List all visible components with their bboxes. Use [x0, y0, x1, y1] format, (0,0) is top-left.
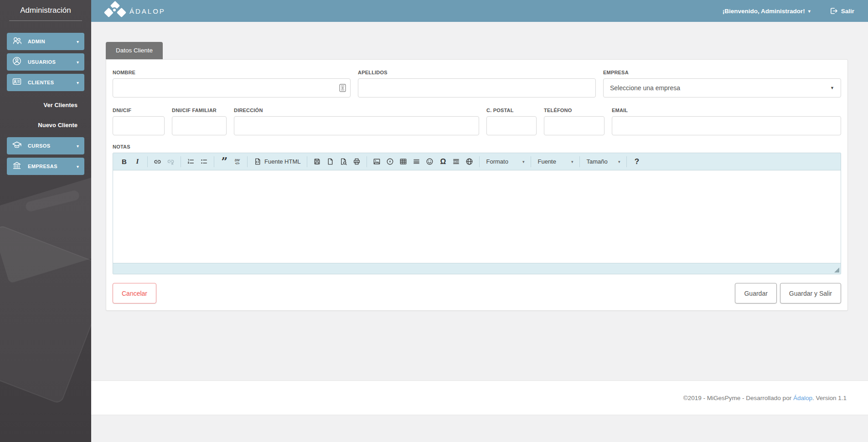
cpostal-input[interactable]: [486, 116, 537, 135]
chevron-down-icon: ▾: [808, 9, 811, 14]
omega-icon: Ω: [440, 158, 446, 166]
unlink-icon: [167, 158, 175, 165]
globe-icon: [465, 158, 473, 165]
toolbar-separator: [307, 156, 307, 167]
chevron-down-icon: ▾: [77, 144, 79, 149]
nombre-input[interactable]: [113, 78, 351, 98]
toolbar-separator: [579, 156, 580, 167]
chevron-down-icon: ▾: [77, 60, 79, 65]
bank-icon: [12, 160, 22, 172]
link-button[interactable]: [151, 155, 164, 168]
email-input[interactable]: [612, 116, 841, 135]
chevron-down-icon: ▾: [522, 159, 525, 164]
logout-icon: [830, 7, 838, 15]
toolbar-separator: [214, 156, 214, 167]
dni-familiar-label: DNI/CIF FAMILIAR: [172, 108, 227, 113]
adalop-link[interactable]: Ádalop: [793, 395, 812, 401]
brand-logo[interactable]: ÁDALOP: [105, 2, 165, 20]
new-page-icon: [326, 158, 334, 165]
save-and-exit-button[interactable]: Guardar y Salir: [780, 283, 841, 303]
chevron-down-icon: ▾: [77, 164, 79, 169]
source-html-button[interactable]: Fuente HTML: [251, 155, 303, 168]
bulleted-list-button[interactable]: [198, 155, 210, 168]
logout-button[interactable]: Salir: [830, 7, 854, 15]
main-content: Datos Cliente NOMBRE APELLIDOS: [91, 22, 868, 442]
page-break-icon: [452, 158, 460, 165]
toolbar-separator: [367, 156, 367, 167]
resize-handle-icon[interactable]: [834, 267, 839, 272]
sidebar-item-usuarios[interactable]: USUARIOS ▾: [7, 53, 84, 71]
sidebar-item-clientes[interactable]: CLIENTES ▾: [7, 74, 84, 91]
clientes-submenu: Ver Clientes Nuevo Cliente: [0, 94, 91, 137]
div-container-button[interactable]: DIV</>: [231, 155, 243, 168]
toolbar-separator: [247, 156, 248, 167]
iframe-globe-button[interactable]: [463, 155, 475, 168]
toolbar-separator: [147, 156, 148, 167]
empresa-label: EMPRESA: [603, 70, 841, 75]
telefono-input[interactable]: [544, 116, 604, 135]
table-button[interactable]: [397, 155, 409, 168]
dni-input[interactable]: [113, 116, 165, 135]
font-dropdown[interactable]: Fuente ▾: [535, 155, 576, 168]
save-form-button[interactable]: Guardar: [735, 283, 776, 303]
submenu-item-ver-clientes[interactable]: Ver Clientes: [0, 100, 78, 111]
apellidos-label: APELLIDOS: [358, 70, 596, 75]
notas-label: NOTAS: [113, 144, 841, 149]
logout-label: Salir: [841, 8, 854, 15]
save-button[interactable]: [311, 155, 323, 168]
sidebar-item-label: CLIENTES: [28, 80, 54, 85]
unlink-button[interactable]: [165, 155, 177, 168]
cancel-button[interactable]: Cancelar: [113, 283, 156, 303]
print-icon: [353, 158, 361, 165]
dni-familiar-input[interactable]: [172, 116, 227, 135]
blockquote-button[interactable]: ”: [218, 155, 230, 168]
id-card-icon: [12, 77, 22, 88]
sidebar-item-label: USUARIOS: [28, 59, 56, 65]
select-arrow-icon: ▼: [830, 86, 834, 90]
smiley-button[interactable]: [424, 155, 436, 168]
chevron-down-icon: ▾: [571, 159, 574, 164]
blockquote-icon: ”: [222, 159, 227, 164]
sidebar-divider: [9, 21, 82, 21]
toolbar-separator: [479, 156, 480, 167]
numbered-list-button[interactable]: [185, 155, 197, 168]
bold-button[interactable]: B: [118, 155, 130, 168]
image-button[interactable]: [371, 155, 383, 168]
font-dropdown-label: Fuente: [537, 158, 556, 165]
special-character-button[interactable]: Ω: [437, 155, 449, 168]
flash-button[interactable]: [384, 155, 396, 168]
sidebar-item-empresas[interactable]: EMPRESAS ▾: [7, 158, 84, 175]
new-page-button[interactable]: [324, 155, 336, 168]
sidebar-item-cursos[interactable]: CURSOS ▾: [7, 137, 84, 154]
italic-button[interactable]: I: [131, 155, 144, 168]
tab-datos-cliente[interactable]: Datos Cliente: [106, 42, 163, 59]
format-dropdown[interactable]: Formato ▾: [483, 155, 527, 168]
print-button[interactable]: [351, 155, 363, 168]
client-form-card: NOMBRE APELLIDOS EMPRESA Seleccion: [106, 59, 848, 311]
welcome-dropdown[interactable]: ¡Bienvenido, Administrador! ▾: [723, 8, 811, 15]
apellidos-input[interactable]: [358, 78, 596, 98]
bulleted-list-icon: [200, 158, 208, 165]
autofill-contact-icon[interactable]: [339, 84, 346, 92]
sidebar-item-admin[interactable]: ADMIN ▾: [7, 33, 84, 50]
form-actions: Cancelar Guardar Guardar y Salir: [113, 283, 841, 303]
size-dropdown[interactable]: Tamaño ▾: [584, 155, 623, 168]
sidebar-bg-photo-keyboard: [0, 172, 91, 283]
sidebar-item-label: CURSOS: [28, 143, 50, 149]
header-right: ¡Bienvenido, Administrador! ▾ Salir: [723, 7, 854, 15]
format-dropdown-label: Formato: [486, 158, 508, 165]
cpostal-label: C. POSTAL: [486, 108, 537, 113]
page-break-button[interactable]: [450, 155, 462, 168]
empresa-select[interactable]: Seleccione una empresa ▼: [603, 78, 841, 98]
div-container-icon: DIV</>: [235, 159, 240, 165]
direccion-input[interactable]: [234, 116, 479, 135]
email-label: EMAIL: [612, 108, 841, 113]
form-row-1: NOMBRE APELLIDOS EMPRESA Seleccion: [113, 66, 841, 98]
about-help-button[interactable]: ?: [630, 155, 643, 168]
form-row-2: DNI/CIF DNI/CIF FAMILIAR DIRECCIÓN C. PO…: [113, 98, 841, 135]
preview-button[interactable]: [337, 155, 350, 168]
notas-editor-body[interactable]: [113, 170, 841, 263]
brand-wordmark: ÁDALOP: [129, 7, 165, 15]
horizontal-rule-button[interactable]: [410, 155, 423, 168]
submenu-item-nuevo-cliente[interactable]: Nuevo Cliente: [0, 120, 78, 131]
